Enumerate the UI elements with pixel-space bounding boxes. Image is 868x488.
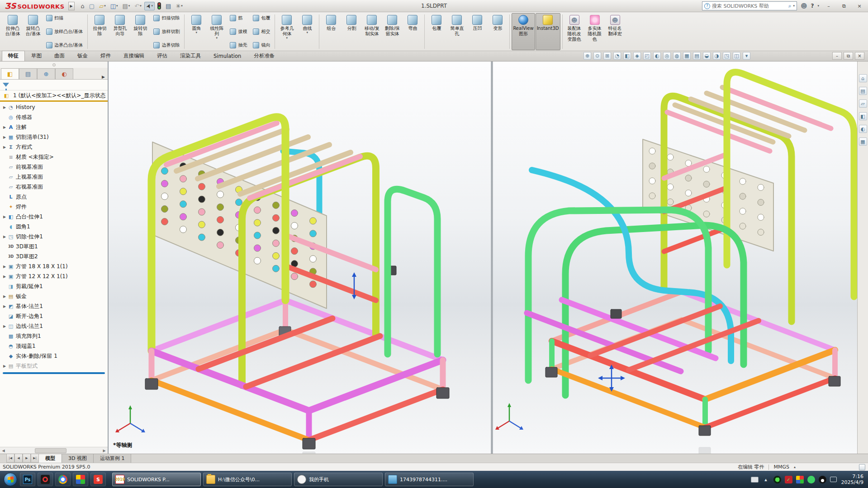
minimize-button[interactable]: – — [823, 2, 835, 10]
tab-特征[interactable]: 特征 — [2, 51, 25, 61]
expand-arrow-icon[interactable]: ▶ — [2, 235, 7, 239]
tree-item[interactable]: ▶▦切割清单(31) — [0, 132, 108, 142]
ribbon-small-button[interactable]: 边界凸台/基体 — [44, 41, 85, 49]
pane-split-icon[interactable]: ◫ — [733, 52, 740, 60]
propertymanager-tab[interactable]: ▤ — [19, 68, 37, 79]
ribbon-button[interactable]: 参考几 何体▾ — [277, 13, 297, 50]
custom-properties-icon[interactable]: ▦ — [859, 137, 867, 146]
ribbon-button[interactable]: 旋转切 除 — [130, 13, 150, 50]
doc-minimize-button[interactable]: – — [832, 52, 842, 60]
start-button[interactable] — [4, 473, 17, 486]
ribbon-small-button[interactable]: 筋 — [228, 14, 249, 22]
traffic-light-icon[interactable] — [156, 1, 163, 11]
shadows-icon[interactable]: ◑ — [713, 52, 721, 60]
featuremanager-tab[interactable]: ◧ — [1, 68, 19, 79]
tree-item[interactable]: ✦焊件 — [0, 202, 108, 212]
scrollbar-thumb[interactable] — [35, 448, 66, 453]
dropdown-caret-icon[interactable]: ▾ — [307, 31, 308, 34]
tree-item[interactable]: ▶◔History — [0, 102, 108, 112]
tree-item[interactable]: ▶▤钣金 — [0, 291, 108, 301]
tree-filter-row[interactable] — [0, 80, 108, 90]
chrome-icon[interactable] — [55, 473, 71, 486]
scroll-right-icon[interactable]: ▶ — [101, 449, 108, 453]
displaymanager-tab[interactable]: ◐ — [55, 68, 73, 79]
properties-icon[interactable]: ▤ — [164, 2, 173, 10]
print-icon[interactable]: ▤▾ — [120, 2, 132, 10]
ribbon-button[interactable]: 装配体 随机改 变颜色 — [564, 13, 584, 50]
tree-item[interactable]: ▶▣方管 18 X 18 X 1(1) — [0, 261, 108, 271]
expand-arrow-icon[interactable]: ▶ — [2, 275, 7, 279]
ribbon-button[interactable]: 异型孔 向导 — [110, 13, 130, 50]
ribbon-button[interactable]: 旋转凸 台/基体 — [23, 13, 43, 50]
tree-item[interactable]: ▱前视基准面 — [0, 162, 108, 172]
tree-item[interactable]: ◖圆角1 — [0, 222, 108, 232]
tree-item[interactable]: ▩填充阵列1 — [0, 331, 108, 341]
configurationmanager-tab[interactable]: ⊕ — [37, 68, 55, 79]
ribbon-button[interactable]: 弯曲 — [403, 13, 422, 50]
scrollbar-track[interactable] — [7, 448, 101, 454]
tree-item[interactable]: ▶◫边线-法兰1 — [0, 321, 108, 331]
panel-flyout-arrow[interactable]: ▶ — [100, 75, 107, 79]
expand-arrow-icon[interactable]: ▶ — [2, 304, 7, 308]
ribbon-button[interactable]: RealView 图形 — [512, 13, 535, 50]
dropdown-caret-icon[interactable]: ▾ — [216, 37, 218, 39]
ribbon-small-button[interactable]: 扫描 — [44, 14, 85, 22]
ribbon-button[interactable]: 删除/保 留实体 — [382, 13, 402, 50]
edit-appearance-icon[interactable]: ◍ — [673, 52, 681, 60]
show-hidden-icon[interactable]: ▴ — [762, 476, 770, 483]
zoom-area-icon[interactable]: ⊞ — [603, 52, 611, 60]
ribbon-button[interactable]: 曲线▾ — [297, 13, 317, 50]
apply-scene-icon[interactable]: ▦ — [683, 52, 691, 60]
home-icon[interactable]: ⌂ — [79, 2, 86, 10]
recorder-icon[interactable] — [773, 476, 781, 483]
tree-item[interactable]: ▶◩基体-法兰1 — [0, 301, 108, 311]
doc-tab-3D 视图[interactable]: 3D 视图 — [62, 454, 94, 463]
ribbon-button[interactable]: 分割 — [342, 13, 361, 50]
dropdown-caret-icon[interactable]: ▾ — [104, 4, 106, 8]
tab-Simulation[interactable]: Simulation — [207, 51, 247, 61]
view-palette-icon[interactable]: ◧ — [859, 112, 867, 120]
taskbar-photo-button[interactable]: 1743978744311.... — [385, 473, 474, 486]
taskbar-solidworks-button[interactable]: 2019SOLIDWORKS P... — [112, 473, 201, 486]
menu-flyout-arrow[interactable]: ▶ — [68, 2, 75, 10]
tab-曲面[interactable]: 曲面 — [48, 51, 71, 61]
hide-show-icon[interactable]: ◎ — [663, 52, 671, 60]
sogou-input-icon[interactable]: S — [90, 473, 106, 486]
ribbon-button[interactable]: 变形 — [488, 13, 508, 50]
ribbon-button[interactable]: Instant3D — [536, 13, 560, 50]
ribbon-small-button[interactable]: 镜向 — [251, 41, 272, 49]
user-account-icon[interactable]: ☻ — [801, 2, 807, 9]
tab-nav-button-0[interactable]: |◀ — [6, 454, 14, 463]
restore-button[interactable]: ⧉ — [838, 2, 850, 10]
help-search-box[interactable]: ? 搜索 SOLIDWORKS 帮助 ⌕ ▾ — [702, 1, 797, 10]
select-cursor-icon[interactable]: ➤▾ — [144, 2, 155, 10]
tab-nav-button-2[interactable]: ▶ — [23, 454, 31, 463]
dropdown-caret-icon[interactable]: ▾ — [140, 4, 142, 8]
ribbon-small-button[interactable]: 相交 — [251, 28, 272, 36]
sw-tray-icon[interactable]: ✓ — [785, 476, 792, 483]
ribbon-button[interactable]: 线性阵 列▾ — [207, 13, 227, 50]
close-button[interactable]: × — [854, 2, 865, 10]
tab-nav-button-3[interactable]: ▶| — [31, 454, 39, 463]
tab-焊件[interactable]: 焊件 — [94, 51, 117, 61]
tree-item[interactable]: ▶▣方管 12 X 12 X 1(1) — [0, 271, 108, 281]
tab-直接编辑[interactable]: 直接编辑 — [117, 51, 151, 61]
scroll-left-icon[interactable]: ◀ — [0, 449, 7, 453]
expand-arrow-icon[interactable]: ▶ — [2, 105, 7, 109]
doc-close-button[interactable]: × — [855, 52, 864, 60]
dropdown-caret-icon[interactable]: ▾ — [181, 4, 183, 8]
tree-item[interactable]: L原点 — [0, 192, 108, 202]
doc-tab-运动算例 1[interactable]: 运动算例 1 — [94, 454, 132, 463]
ribbon-small-button[interactable]: 拔模 — [228, 28, 249, 36]
doc-tab-模型[interactable]: 模型 — [39, 454, 62, 463]
display-icon[interactable] — [830, 477, 837, 482]
expand-arrow-icon[interactable]: ▶ — [2, 125, 7, 129]
undo-icon[interactable]: ↶▾ — [133, 2, 143, 10]
display-style-icon[interactable]: ◐ — [653, 52, 661, 60]
tab-渲染工具[interactable]: 渲染工具 — [174, 51, 207, 61]
tree-item[interactable]: ▶◳切除-拉伸1 — [0, 232, 108, 242]
viewport-left[interactable]: *等轴测 — [109, 62, 491, 454]
tree-item[interactable]: ≡材质 <未指定> — [0, 152, 108, 162]
view-settings-icon[interactable]: ▤ — [693, 52, 701, 60]
tree-item[interactable]: ◎传感器 — [0, 112, 108, 122]
